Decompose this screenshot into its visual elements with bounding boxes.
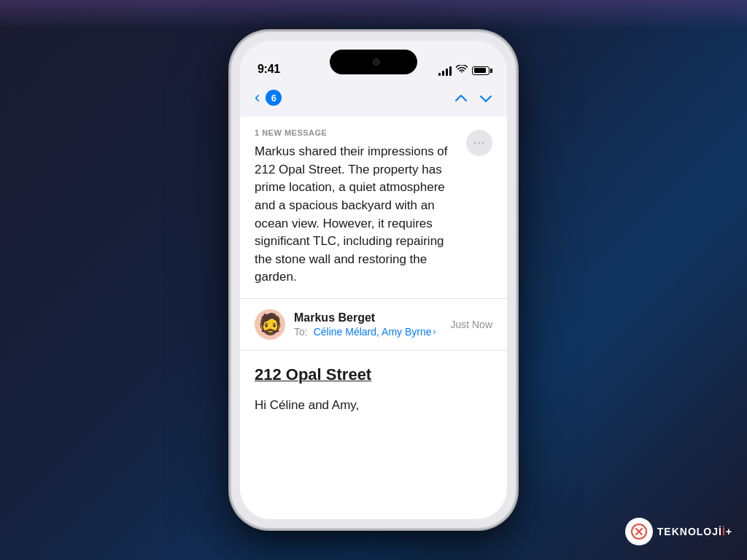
signal-bar-1 [438, 73, 441, 76]
phone-frame: 9:41 [231, 32, 516, 528]
sender-name: Markus Berget [294, 311, 441, 324]
signal-bars-icon [438, 66, 452, 76]
sender-time: Just Now [450, 319, 492, 330]
sender-to-label: To: [294, 326, 308, 338]
avatar: 🧔 [255, 309, 285, 340]
sender-to-recipients[interactable]: Céline Mélard, Amy Byrne [314, 326, 432, 338]
chevron-left-icon: ‹ [255, 88, 260, 107]
camera-dot [373, 58, 380, 66]
summary-body: Markus shared their impressions of 212 O… [255, 143, 457, 287]
email-content: 1 NEW MESSAGE Markus shared their impres… [240, 117, 507, 519]
more-button[interactable]: ··· [466, 130, 492, 156]
nav-bar: ‹ 6 [240, 82, 507, 114]
nav-next-button[interactable] [479, 90, 492, 106]
email-body: 212 Opal Street Hi Céline and Amy, [240, 351, 507, 427]
status-icons [438, 65, 489, 76]
avatar-emoji: 🧔 [258, 314, 283, 335]
nav-back-button[interactable]: ‹ 6 [255, 88, 282, 107]
phone-screen: 9:41 [240, 41, 507, 519]
sender-to: To: Céline Mélard, Amy Byrne › [294, 326, 441, 338]
dynamic-island [330, 50, 417, 74]
watermark: TEKNOLOJİİ+ [625, 518, 732, 545]
signal-bar-3 [446, 69, 448, 76]
nav-arrows [454, 90, 492, 106]
status-time: 9:41 [258, 63, 280, 76]
sender-details: Markus Berget To: Céline Mélard, Amy Byr… [294, 311, 441, 338]
battery-icon [472, 66, 489, 75]
battery-fill [474, 68, 486, 73]
nav-badge: 6 [266, 90, 282, 106]
more-dots-icon: ··· [473, 137, 485, 149]
summary-text-block: 1 NEW MESSAGE Markus shared their impres… [255, 128, 457, 287]
wifi-icon [456, 65, 468, 76]
summary-banner: 1 NEW MESSAGE Markus shared their impres… [240, 117, 507, 299]
email-subject: 212 Opal Street [255, 365, 492, 384]
nav-prev-button[interactable] [454, 90, 468, 106]
watermark-logo [625, 518, 653, 545]
signal-bar-2 [442, 71, 444, 76]
summary-label: 1 NEW MESSAGE [255, 128, 457, 137]
sender-info: 🧔 Markus Berget To: Céline Mélard, Amy B… [240, 299, 507, 351]
signal-bar-4 [449, 66, 452, 76]
email-greeting: Hi Céline and Amy, [255, 396, 492, 415]
chevron-right-icon: › [433, 327, 436, 337]
watermark-text: TEKNOLOJİİ+ [657, 526, 732, 537]
